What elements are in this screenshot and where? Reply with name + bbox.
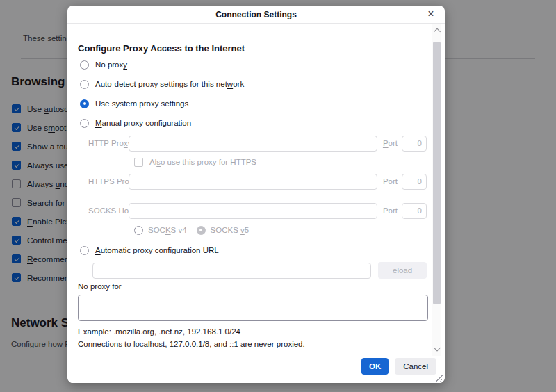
- no-proxy-for-textarea[interactable]: [78, 295, 428, 321]
- no-proxy-note-line: Connections to localhost, 127.0.0.1/8, a…: [78, 340, 427, 350]
- radio-label: No proxy: [95, 60, 127, 69]
- radio-automatic-proxy-url[interactable]: Automatic proxy configuration URL: [78, 240, 427, 260]
- radio-socks-v5[interactable]: SOCKS v5: [197, 226, 250, 235]
- dialog-body: Configure Proxy Access to the Internet N…: [67, 24, 445, 356]
- connection-settings-dialog: Connection Settings × Configure Proxy Ac…: [67, 6, 445, 383]
- radio-manual-proxy[interactable]: Manual proxy configuration: [78, 113, 427, 133]
- https-proxy-label: HTTPS Proxy: [88, 177, 129, 186]
- radio-no-proxy[interactable]: No proxy: [78, 55, 427, 74]
- no-proxy-for-label: No proxy for: [78, 282, 427, 293]
- radio-label: SOCKS v4: [148, 226, 187, 234]
- no-proxy-example-line: Example: .mozilla.org, .net.nz, 192.168.…: [78, 327, 427, 338]
- proxy-section-heading: Configure Proxy Access to the Internet: [78, 43, 427, 54]
- http-port-input[interactable]: [402, 136, 427, 152]
- radio-icon-selected[interactable]: [197, 226, 206, 235]
- cancel-button[interactable]: Cancel: [395, 358, 436, 375]
- socks-version-row: SOCKS v4 SOCKS v5: [134, 223, 427, 237]
- auto-proxy-url-input[interactable]: [92, 263, 371, 279]
- https-proxy-row: HTTPS Proxy Port: [88, 173, 427, 190]
- radio-label: Automatic proxy configuration URL: [95, 246, 219, 254]
- share-proxy-https-row[interactable]: Also use this proxy for HTTPS: [134, 155, 427, 169]
- scroll-up-icon[interactable]: [434, 28, 441, 35]
- scrollbar-thumb[interactable]: [433, 42, 441, 304]
- dialog-header: Connection Settings ×: [67, 6, 445, 24]
- ok-button[interactable]: OK: [361, 358, 389, 375]
- auto-proxy-url-row: eload: [92, 262, 427, 279]
- radio-label: Use system proxy settings: [95, 99, 188, 108]
- radio-auto-detect[interactable]: Auto-detect proxy settings for this netw…: [78, 74, 427, 94]
- dialog-footer: OK Cancel: [67, 356, 445, 383]
- socks-host-row: SOCKS Host Port: [88, 202, 427, 219]
- radio-icon[interactable]: [80, 80, 89, 89]
- radio-label: SOCKS v5: [211, 226, 250, 234]
- scroll-down-icon[interactable]: [434, 345, 441, 352]
- http-proxy-row: HTTP Proxy Port: [88, 135, 427, 152]
- https-port-label: Port: [383, 177, 398, 186]
- http-proxy-label: HTTP Proxy: [88, 139, 129, 147]
- dialog-scrollbar[interactable]: [432, 24, 441, 356]
- radio-icon[interactable]: [80, 246, 89, 255]
- http-port-label: Port: [383, 139, 398, 147]
- socks-host-input[interactable]: [129, 203, 377, 219]
- socks-port-input[interactable]: [402, 203, 427, 219]
- radio-label: Manual proxy configuration: [95, 119, 191, 127]
- radio-icon[interactable]: [80, 119, 89, 128]
- radio-use-system-proxy[interactable]: Use system proxy settings: [78, 94, 427, 113]
- checkbox-icon[interactable]: [134, 158, 143, 167]
- radio-socks-v4[interactable]: SOCKS v4: [134, 226, 187, 235]
- socks-host-label: SOCKS Host: [88, 206, 129, 215]
- dialog-title: Connection Settings: [215, 10, 297, 19]
- https-proxy-input[interactable]: [129, 174, 377, 190]
- radio-icon[interactable]: [80, 60, 89, 70]
- radio-icon-selected[interactable]: [80, 99, 89, 108]
- reload-button[interactable]: eload: [378, 262, 427, 279]
- radio-label: Auto-detect proxy settings for this netw…: [95, 80, 244, 88]
- screen: These settings a Browsing Use autoscrol …: [0, 0, 556, 392]
- checkbox-label: Also use this proxy for HTTPS: [149, 158, 256, 166]
- radio-icon[interactable]: [134, 226, 143, 235]
- socks-port-label: Port: [383, 206, 398, 215]
- http-proxy-input[interactable]: [129, 136, 377, 152]
- close-icon[interactable]: ×: [424, 7, 438, 21]
- https-port-input[interactable]: [402, 174, 427, 190]
